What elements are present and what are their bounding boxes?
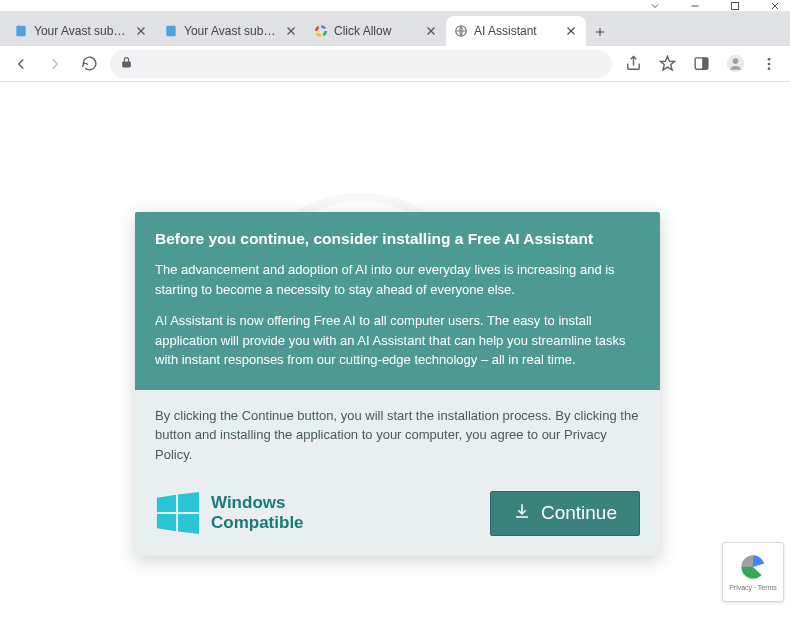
lock-icon [120,55,133,73]
address-bar[interactable] [110,50,612,78]
tab-title: AI Assistant [474,24,558,38]
tab-title: Click Allow [334,24,418,38]
win-line1: Windows [211,493,304,513]
recaptcha-badge[interactable]: Privacy · Terms [722,542,784,602]
windows-compat-text: Windows Compatible [211,493,304,532]
svg-marker-32 [157,514,176,531]
tab-close-icon[interactable] [284,24,298,38]
recaptcha-text: Privacy · Terms [729,584,777,591]
modal-disclaimer: By clicking the Continue button, you wil… [155,406,640,465]
reload-button[interactable] [76,51,102,77]
download-icon [513,502,531,525]
tab-2[interactable]: Click Allow [306,16,446,46]
svg-marker-33 [178,514,199,534]
modal-header: Before you continue, consider installing… [135,212,660,390]
tab-title: Your Avast subscription [184,24,278,38]
svg-rect-1 [732,2,739,9]
tab-strip: Your Avast subscription Your Avast subsc… [0,12,790,46]
svg-point-26 [768,67,771,70]
window-close-button[interactable] [766,0,784,12]
svg-marker-30 [157,495,176,512]
forward-button[interactable] [42,51,68,77]
svg-point-24 [768,58,771,61]
favicon-globe-icon [454,24,468,38]
continue-label: Continue [541,502,617,524]
tab-1[interactable]: Your Avast subscription [156,16,306,46]
svg-point-23 [732,58,738,64]
bookmark-button[interactable] [654,51,680,77]
browser-toolbar [0,46,790,82]
win-line2: Compatible [211,513,304,533]
svg-point-25 [768,62,771,65]
svg-marker-18 [660,56,674,69]
modal-heading: Before you continue, consider installing… [155,230,640,248]
window-minimize-button[interactable] [686,0,704,12]
recaptcha-icon [739,553,767,582]
svg-rect-7 [166,26,175,37]
favicon-doc-icon [164,24,178,38]
window-chevron-icon[interactable] [646,0,664,12]
svg-marker-31 [178,492,199,512]
svg-rect-21 [702,58,707,69]
back-button[interactable] [8,51,34,77]
tab-close-icon[interactable] [424,24,438,38]
install-modal: Before you continue, consider installing… [135,212,660,556]
windows-logo-icon [155,490,201,536]
tab-close-icon[interactable] [564,24,578,38]
favicon-recaptcha-icon [314,24,328,38]
window-maximize-button[interactable] [726,0,744,12]
menu-button[interactable] [756,51,782,77]
address-input[interactable] [139,56,602,71]
side-panel-button[interactable] [688,51,714,77]
modal-paragraph-2: AI Assistant is now offering Free AI to … [155,311,640,370]
window-controls [0,0,790,12]
tab-0[interactable]: Your Avast subscription [6,16,156,46]
continue-button[interactable]: Continue [490,491,640,536]
svg-rect-4 [16,26,25,37]
page-content: Before you continue, consider installing… [0,82,790,622]
modal-footer: Windows Compatible Continue [135,482,660,556]
new-tab-button[interactable] [586,18,614,46]
tab-close-icon[interactable] [134,24,148,38]
tab-title: Your Avast subscription [34,24,128,38]
modal-paragraph-1: The advancement and adoption of AI into … [155,260,640,299]
tab-3-active[interactable]: AI Assistant [446,16,586,46]
windows-compatible-badge: Windows Compatible [155,490,304,536]
profile-button[interactable] [722,51,748,77]
share-button[interactable] [620,51,646,77]
favicon-doc-icon [14,24,28,38]
modal-body: By clicking the Continue button, you wil… [135,390,660,483]
